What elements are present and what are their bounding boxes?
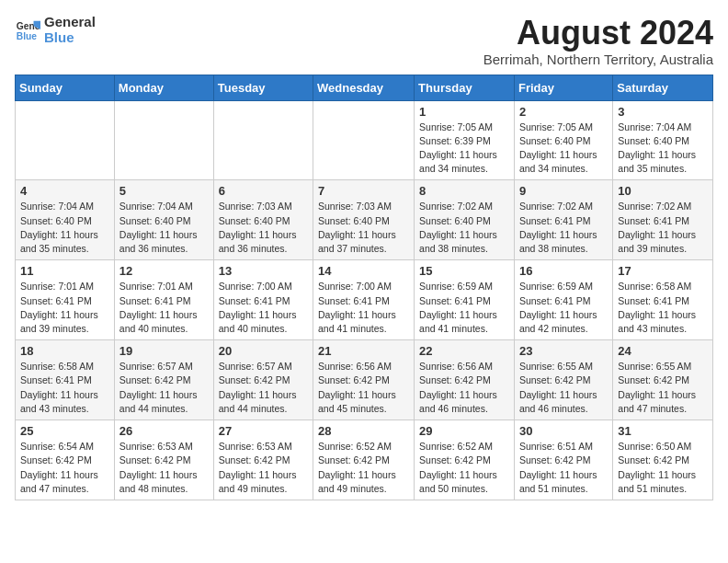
table-row: 24Sunrise: 6:55 AM Sunset: 6:42 PM Dayli… xyxy=(613,340,713,420)
day-number: 21 xyxy=(318,344,409,358)
table-row: 17Sunrise: 6:58 AM Sunset: 6:41 PM Dayli… xyxy=(613,260,713,340)
day-detail: Sunrise: 7:05 AM Sunset: 6:40 PM Dayligh… xyxy=(519,121,608,177)
day-detail: Sunrise: 7:04 AM Sunset: 6:40 PM Dayligh… xyxy=(119,200,209,256)
table-row: 28Sunrise: 6:52 AM Sunset: 6:42 PM Dayli… xyxy=(313,420,415,500)
day-number: 20 xyxy=(219,344,308,358)
day-number: 9 xyxy=(519,184,608,198)
day-detail: Sunrise: 6:58 AM Sunset: 6:41 PM Dayligh… xyxy=(20,360,109,416)
table-row: 15Sunrise: 6:59 AM Sunset: 6:41 PM Dayli… xyxy=(415,260,515,340)
day-number: 14 xyxy=(318,264,409,278)
table-row: 25Sunrise: 6:54 AM Sunset: 6:42 PM Dayli… xyxy=(16,420,115,500)
table-row: 11Sunrise: 7:01 AM Sunset: 6:41 PM Dayli… xyxy=(16,260,115,340)
day-number: 19 xyxy=(119,344,209,358)
table-row: 3Sunrise: 7:04 AM Sunset: 6:40 PM Daylig… xyxy=(613,100,713,180)
day-number: 16 xyxy=(519,264,608,278)
table-row: 8Sunrise: 7:02 AM Sunset: 6:40 PM Daylig… xyxy=(415,180,515,260)
day-number: 11 xyxy=(20,264,109,278)
table-row: 18Sunrise: 6:58 AM Sunset: 6:41 PM Dayli… xyxy=(16,340,115,420)
day-detail: Sunrise: 6:51 AM Sunset: 6:42 PM Dayligh… xyxy=(519,440,608,496)
table-row: 9Sunrise: 7:02 AM Sunset: 6:41 PM Daylig… xyxy=(514,180,612,260)
location-subtitle: Berrimah, Northern Territory, Australia xyxy=(483,52,713,67)
day-number: 8 xyxy=(419,184,509,198)
day-number: 7 xyxy=(318,184,409,198)
logo-general-text: General xyxy=(44,15,96,30)
col-thursday: Thursday xyxy=(415,75,515,100)
table-row: 16Sunrise: 6:59 AM Sunset: 6:41 PM Dayli… xyxy=(514,260,612,340)
day-number: 23 xyxy=(519,344,608,358)
col-saturday: Saturday xyxy=(613,75,713,100)
day-detail: Sunrise: 6:57 AM Sunset: 6:42 PM Dayligh… xyxy=(219,360,308,416)
table-row: 13Sunrise: 7:00 AM Sunset: 6:41 PM Dayli… xyxy=(213,260,313,340)
day-detail: Sunrise: 6:59 AM Sunset: 6:41 PM Dayligh… xyxy=(519,280,608,336)
page-header: General Blue General Blue August 2024 Be… xyxy=(15,15,713,67)
day-detail: Sunrise: 6:52 AM Sunset: 6:42 PM Dayligh… xyxy=(419,440,509,496)
day-number: 18 xyxy=(20,344,109,358)
calendar-week-row: 11Sunrise: 7:01 AM Sunset: 6:41 PM Dayli… xyxy=(16,260,713,340)
table-row: 6Sunrise: 7:03 AM Sunset: 6:40 PM Daylig… xyxy=(213,180,313,260)
calendar-table: Sunday Monday Tuesday Wednesday Thursday… xyxy=(15,75,713,500)
day-detail: Sunrise: 7:03 AM Sunset: 6:40 PM Dayligh… xyxy=(219,200,308,256)
day-detail: Sunrise: 6:53 AM Sunset: 6:42 PM Dayligh… xyxy=(219,440,308,496)
day-detail: Sunrise: 7:00 AM Sunset: 6:41 PM Dayligh… xyxy=(318,280,409,336)
day-number: 6 xyxy=(219,184,308,198)
table-row: 22Sunrise: 6:56 AM Sunset: 6:42 PM Dayli… xyxy=(415,340,515,420)
col-friday: Friday xyxy=(514,75,612,100)
table-row xyxy=(213,100,313,180)
svg-text:Blue: Blue xyxy=(17,31,38,41)
day-number: 24 xyxy=(618,344,708,358)
day-detail: Sunrise: 6:56 AM Sunset: 6:42 PM Dayligh… xyxy=(419,360,509,416)
day-detail: Sunrise: 6:56 AM Sunset: 6:42 PM Dayligh… xyxy=(318,360,409,416)
table-row: 26Sunrise: 6:53 AM Sunset: 6:42 PM Dayli… xyxy=(114,420,213,500)
day-detail: Sunrise: 6:55 AM Sunset: 6:42 PM Dayligh… xyxy=(618,360,708,416)
day-number: 30 xyxy=(519,424,608,438)
calendar-week-row: 4Sunrise: 7:04 AM Sunset: 6:40 PM Daylig… xyxy=(16,180,713,260)
day-detail: Sunrise: 7:02 AM Sunset: 6:40 PM Dayligh… xyxy=(419,200,509,256)
table-row xyxy=(313,100,415,180)
day-number: 5 xyxy=(119,184,209,198)
day-number: 10 xyxy=(618,184,708,198)
day-number: 3 xyxy=(618,105,708,119)
day-detail: Sunrise: 7:02 AM Sunset: 6:41 PM Dayligh… xyxy=(618,200,708,256)
table-row: 27Sunrise: 6:53 AM Sunset: 6:42 PM Dayli… xyxy=(213,420,313,500)
calendar-header-row: Sunday Monday Tuesday Wednesday Thursday… xyxy=(16,75,713,100)
day-number: 26 xyxy=(119,424,209,438)
table-row: 19Sunrise: 6:57 AM Sunset: 6:42 PM Dayli… xyxy=(114,340,213,420)
table-row xyxy=(114,100,213,180)
col-tuesday: Tuesday xyxy=(213,75,313,100)
table-row: 10Sunrise: 7:02 AM Sunset: 6:41 PM Dayli… xyxy=(613,180,713,260)
table-row: 4Sunrise: 7:04 AM Sunset: 6:40 PM Daylig… xyxy=(16,180,115,260)
table-row: 12Sunrise: 7:01 AM Sunset: 6:41 PM Dayli… xyxy=(114,260,213,340)
day-detail: Sunrise: 7:05 AM Sunset: 6:39 PM Dayligh… xyxy=(419,121,509,177)
table-row: 7Sunrise: 7:03 AM Sunset: 6:40 PM Daylig… xyxy=(313,180,415,260)
calendar-week-row: 18Sunrise: 6:58 AM Sunset: 6:41 PM Dayli… xyxy=(16,340,713,420)
day-detail: Sunrise: 6:57 AM Sunset: 6:42 PM Dayligh… xyxy=(119,360,209,416)
day-detail: Sunrise: 6:54 AM Sunset: 6:42 PM Dayligh… xyxy=(20,440,109,496)
day-number: 28 xyxy=(318,424,409,438)
calendar-week-row: 1Sunrise: 7:05 AM Sunset: 6:39 PM Daylig… xyxy=(16,100,713,180)
col-sunday: Sunday xyxy=(16,75,115,100)
table-row: 21Sunrise: 6:56 AM Sunset: 6:42 PM Dayli… xyxy=(313,340,415,420)
day-detail: Sunrise: 6:50 AM Sunset: 6:42 PM Dayligh… xyxy=(618,440,708,496)
table-row: 14Sunrise: 7:00 AM Sunset: 6:41 PM Dayli… xyxy=(313,260,415,340)
month-year-title: August 2024 xyxy=(483,15,713,52)
day-detail: Sunrise: 6:58 AM Sunset: 6:41 PM Dayligh… xyxy=(618,280,708,336)
table-row: 31Sunrise: 6:50 AM Sunset: 6:42 PM Dayli… xyxy=(613,420,713,500)
table-row: 23Sunrise: 6:55 AM Sunset: 6:42 PM Dayli… xyxy=(514,340,612,420)
logo-icon: General Blue xyxy=(15,17,40,43)
day-detail: Sunrise: 7:02 AM Sunset: 6:41 PM Dayligh… xyxy=(519,200,608,256)
day-detail: Sunrise: 6:59 AM Sunset: 6:41 PM Dayligh… xyxy=(419,280,509,336)
day-number: 13 xyxy=(219,264,308,278)
day-number: 25 xyxy=(20,424,109,438)
day-number: 15 xyxy=(419,264,509,278)
day-detail: Sunrise: 7:04 AM Sunset: 6:40 PM Dayligh… xyxy=(20,200,109,256)
col-monday: Monday xyxy=(114,75,213,100)
day-detail: Sunrise: 7:01 AM Sunset: 6:41 PM Dayligh… xyxy=(20,280,109,336)
calendar-week-row: 25Sunrise: 6:54 AM Sunset: 6:42 PM Dayli… xyxy=(16,420,713,500)
table-row xyxy=(16,100,115,180)
table-row: 30Sunrise: 6:51 AM Sunset: 6:42 PM Dayli… xyxy=(514,420,612,500)
title-area: August 2024 Berrimah, Northern Territory… xyxy=(483,15,713,67)
table-row: 2Sunrise: 7:05 AM Sunset: 6:40 PM Daylig… xyxy=(514,100,612,180)
day-detail: Sunrise: 6:53 AM Sunset: 6:42 PM Dayligh… xyxy=(119,440,209,496)
day-number: 2 xyxy=(519,105,608,119)
day-detail: Sunrise: 7:04 AM Sunset: 6:40 PM Dayligh… xyxy=(618,121,708,177)
